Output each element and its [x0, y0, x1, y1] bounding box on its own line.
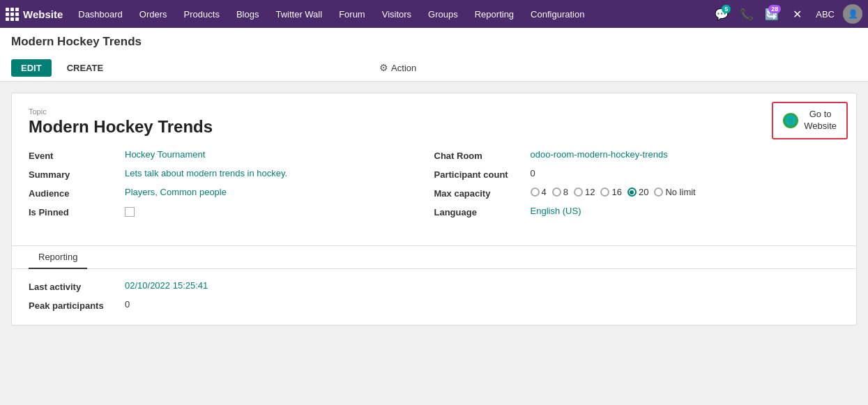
radio-no-limit[interactable]: No limit — [654, 187, 695, 197]
nav-groups[interactable]: Groups — [421, 0, 465, 28]
radio-8[interactable]: 8 — [552, 187, 568, 197]
chat-room-row: Chat Room odoo-room-modern-hockey-trends — [434, 149, 840, 161]
nav-configuration[interactable]: Configuration — [524, 0, 591, 28]
user-label[interactable]: ABC — [812, 9, 839, 20]
updates-icon-btn[interactable]: 🔄 28 — [761, 3, 782, 24]
messages-icon-btn[interactable]: 💬 5 — [711, 3, 732, 24]
radio-circle-12 — [574, 188, 583, 197]
messages-badge: 5 — [722, 5, 731, 13]
tab-reporting-content: Last activity 02/10/2022 15:25:41 Peak p… — [12, 269, 856, 325]
go-to-website-button[interactable]: 🌐 Go toWebsite — [772, 102, 848, 139]
language-label: Language — [434, 206, 525, 217]
nav-forum[interactable]: Forum — [332, 0, 372, 28]
radio-label-8: 8 — [563, 187, 568, 197]
nav-twitter-wall[interactable]: Twitter Wall — [268, 0, 329, 28]
last-activity-row: Last activity 02/10/2022 15:25:41 — [29, 280, 839, 292]
event-row: Event Hockey Tournament — [29, 149, 434, 161]
form-left: Event Hockey Tournament Summary Lets tal… — [29, 149, 434, 217]
participant-count-row: Participant count 0 — [434, 168, 840, 180]
audience-label: Audience — [29, 187, 119, 199]
audience-value: Players, Common people — [125, 187, 227, 197]
radio-label-20: 20 — [639, 187, 648, 197]
nav-icon-group: 💬 5 📞 🔄 28 ✕ ABC 👤 — [711, 3, 862, 24]
chat-room-label: Chat Room — [434, 149, 525, 161]
form-section: Topic Modern Hockey Trends Event Hockey … — [12, 93, 856, 231]
updates-badge: 28 — [768, 5, 781, 13]
main-card: 🌐 Go toWebsite Topic Modern Hockey Trend… — [11, 93, 857, 326]
summary-row: Summary Lets talk about modern trends in… — [29, 168, 434, 180]
page-header: Modern Hockey Trends EDIT CREATE ⚙ Actio… — [0, 28, 868, 82]
participant-count-value: 0 — [531, 168, 535, 178]
peak-participants-row: Peak participants 0 — [29, 299, 839, 311]
audience-row: Audience Players, Common people — [29, 187, 434, 199]
radio-12[interactable]: 12 — [574, 187, 595, 197]
user-avatar[interactable]: 👤 — [843, 4, 862, 24]
nav-orders[interactable]: Orders — [132, 0, 174, 28]
form-right: Chat Room odoo-room-modern-hockey-trends… — [434, 149, 840, 217]
edit-button[interactable]: EDIT — [11, 59, 52, 77]
radio-circle-20 — [627, 188, 637, 197]
action-button[interactable]: ⚙ Action — [370, 59, 426, 77]
peak-participants-value: 0 — [125, 299, 130, 310]
event-value: Hockey Tournament — [125, 149, 205, 160]
radio-label-16: 16 — [611, 187, 621, 197]
close-icon-btn[interactable]: ✕ — [786, 3, 807, 24]
radio-label-4: 4 — [542, 187, 547, 197]
radio-circle-8 — [552, 188, 561, 197]
last-activity-label: Last activity — [29, 280, 119, 292]
phone-icon-btn[interactable]: 📞 — [736, 3, 757, 24]
radio-circle-no-limit — [654, 188, 663, 197]
participant-count-label: Participant count — [434, 168, 525, 180]
app-brand[interactable]: Website — [6, 8, 63, 21]
language-value: English (US) — [531, 206, 581, 216]
radio-label-12: 12 — [585, 187, 595, 197]
form-topic-title: Modern Hockey Trends — [29, 117, 839, 137]
radio-circle-4 — [531, 188, 540, 197]
nav-products[interactable]: Products — [177, 0, 227, 28]
form-grid: Event Hockey Tournament Summary Lets tal… — [29, 149, 839, 217]
page-title: Modern Hockey Trends — [11, 35, 857, 54]
gear-icon: ⚙ — [379, 62, 388, 73]
grid-icon — [6, 8, 19, 21]
tab-section: Reporting Last activity 02/10/2022 15:25… — [12, 245, 856, 325]
is-pinned-row: Is Pinned — [29, 206, 434, 217]
max-capacity-radio-group: 4 8 12 16 — [531, 187, 696, 197]
is-pinned-label: Is Pinned — [29, 206, 119, 217]
radio-4[interactable]: 4 — [531, 187, 547, 197]
go-to-website-label: Go toWebsite — [804, 109, 837, 132]
brand-label: Website — [23, 8, 63, 20]
globe-icon: 🌐 — [783, 113, 798, 128]
radio-label-no-limit: No limit — [665, 187, 695, 197]
content-area: 🌐 Go toWebsite Topic Modern Hockey Trend… — [0, 82, 868, 337]
max-capacity-row: Max capacity 4 8 — [434, 187, 840, 199]
chat-room-value: odoo-room-modern-hockey-trends — [531, 149, 668, 160]
create-button[interactable]: CREATE — [57, 59, 113, 77]
topic-label: Topic — [29, 107, 839, 116]
top-navigation: Website Dashboard Orders Products Blogs … — [0, 0, 868, 28]
tab-reporting[interactable]: Reporting — [29, 246, 87, 269]
language-row: Language English (US) — [434, 206, 840, 217]
nav-dashboard[interactable]: Dashboard — [71, 0, 130, 28]
nav-visitors[interactable]: Visitors — [375, 0, 418, 28]
radio-circle-16 — [600, 188, 609, 197]
event-label: Event — [29, 149, 119, 161]
nav-reporting[interactable]: Reporting — [468, 0, 521, 28]
radio-20[interactable]: 20 — [627, 187, 648, 197]
action-label: Action — [391, 63, 416, 73]
peak-participants-label: Peak participants — [29, 299, 119, 311]
last-activity-value: 02/10/2022 15:25:41 — [125, 280, 208, 291]
toolbar: EDIT CREATE ⚙ Action — [11, 54, 857, 81]
is-pinned-checkbox[interactable] — [125, 207, 135, 217]
nav-blogs[interactable]: Blogs — [229, 0, 266, 28]
max-capacity-label: Max capacity — [434, 187, 525, 199]
summary-label: Summary — [29, 168, 119, 180]
summary-value: Lets talk about modern trends in hockey. — [125, 168, 287, 178]
radio-16[interactable]: 16 — [600, 187, 621, 197]
tab-bar: Reporting — [12, 246, 856, 269]
